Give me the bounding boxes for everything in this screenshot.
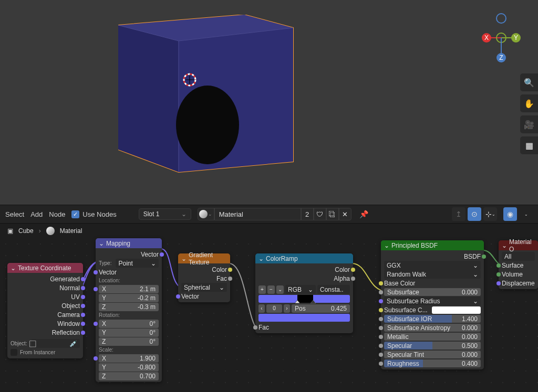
ramp-pos[interactable]: Pos0.425 xyxy=(292,304,350,313)
gradient-type-dropdown[interactable]: Spherical⌄ xyxy=(181,283,227,292)
snap-button[interactable]: ⊙ xyxy=(468,207,481,221)
object-picker[interactable]: ⃞💉 xyxy=(32,339,80,348)
ramp-interp[interactable]: Consta.. xyxy=(317,285,350,294)
svg-point-7 xyxy=(176,86,239,164)
node-material-output[interactable]: ⌄Material O All Surface Volume Displacem… xyxy=(499,240,538,289)
use-nodes-label: Use Nodes xyxy=(82,210,116,218)
ramp-index[interactable]: 0 xyxy=(266,304,282,313)
material-users[interactable]: 2 xyxy=(301,208,314,220)
svg-text:Y: Y xyxy=(514,34,518,41)
navigation-gizmo[interactable]: X Y Z xyxy=(478,10,525,73)
zoom-icon[interactable]: 🔍 xyxy=(520,73,538,91)
cursor-3d xyxy=(182,72,198,88)
scl-z[interactable]: Z0.700 xyxy=(99,372,159,380)
node-mapping[interactable]: ⌄Mapping Vector Type:Point⌄ Vector Locat… xyxy=(96,238,162,382)
svg-marker-23 xyxy=(295,300,300,303)
loc-x[interactable]: X2.1 m xyxy=(99,285,159,293)
material-browse-button[interactable]: ⌄ xyxy=(198,208,214,220)
snap-options[interactable]: ⊹⌄ xyxy=(483,207,497,221)
bsdf-sss-method[interactable]: Random Walk⌄ xyxy=(384,270,481,279)
loc-y[interactable]: Y-0.2 m xyxy=(99,294,159,302)
menu-add[interactable]: Add xyxy=(30,210,43,218)
svg-point-12 xyxy=(496,14,506,23)
material-name-field[interactable]: Material xyxy=(214,208,301,220)
slot-dropdown[interactable]: Slot 1⌄ xyxy=(139,208,191,220)
unlink-button[interactable]: ✕ xyxy=(339,208,351,220)
overlay-options[interactable]: ⌄ xyxy=(519,207,533,221)
output-target[interactable]: All xyxy=(502,252,535,261)
menu-node[interactable]: Node xyxy=(49,210,65,218)
svg-text:Z: Z xyxy=(499,54,503,61)
scl-y[interactable]: Y-0.800 xyxy=(99,363,159,372)
grid-icon[interactable]: ▦ xyxy=(520,136,538,154)
color-ramp-bar[interactable] xyxy=(258,295,350,303)
node-gradient-texture[interactable]: ⌄Gradient Texture Color Fac Spherical⌄ V… xyxy=(178,253,230,302)
fake-user-button[interactable]: 🛡 xyxy=(314,208,326,220)
ramp-add[interactable]: + xyxy=(258,285,266,294)
loc-z[interactable]: Z-0.3 m xyxy=(99,303,159,311)
cube-mesh xyxy=(118,15,307,193)
bsdf-distribution[interactable]: GGX⌄ xyxy=(384,261,481,270)
node-principled-bsdf[interactable]: ⌄Principled BSDF BSDF GGX⌄ Random Walk⌄ … xyxy=(381,240,484,369)
pin-button[interactable]: 📌 xyxy=(358,208,370,220)
ramp-remove[interactable]: − xyxy=(267,285,275,294)
menu-select[interactable]: Select xyxy=(5,210,24,218)
ramp-menu[interactable]: ⌄ xyxy=(276,285,284,294)
pan-icon[interactable]: ✋ xyxy=(520,94,538,112)
breadcrumb-material: Material xyxy=(60,227,82,235)
breadcrumb: ▣ Cube › Material xyxy=(0,224,538,238)
duplicate-button[interactable]: ⿻ xyxy=(326,208,339,220)
node-texture-coordinate[interactable]: ⌄Texture Coordinate Generated Normal UV … xyxy=(7,263,83,358)
ramp-color-swatch[interactable] xyxy=(258,314,350,322)
svg-marker-2 xyxy=(118,25,179,172)
svg-marker-24 xyxy=(311,300,316,303)
node-editor[interactable]: ⌄Texture Coordinate Generated Normal UV … xyxy=(0,238,538,392)
overlay-button[interactable]: ◉ xyxy=(503,207,517,221)
ramp-mode[interactable]: RGB⌄ xyxy=(285,285,316,294)
node-color-ramp[interactable]: ⌄ColorRamp Color Alpha + − ⌄ RGB⌄ Consta… xyxy=(255,253,353,333)
mapping-type-dropdown[interactable]: Point⌄ xyxy=(116,259,159,268)
rot-z[interactable]: Z0° xyxy=(99,337,159,346)
parent-node-button[interactable]: ↥ xyxy=(452,207,465,221)
viewport-3d[interactable]: X Y Z 🔍 ✋ 🎥 ▦ xyxy=(0,0,538,205)
use-nodes-checkbox[interactable]: ✓ xyxy=(71,210,79,218)
svg-text:X: X xyxy=(484,34,489,41)
rot-y[interactable]: Y0° xyxy=(99,329,159,337)
camera-icon[interactable]: 🎥 xyxy=(520,115,538,133)
rot-x[interactable]: X0° xyxy=(99,320,159,328)
scl-x[interactable]: X1.900 xyxy=(99,354,159,363)
breadcrumb-object: Cube xyxy=(18,227,34,235)
node-editor-header: Select Add Node ✓ Use Nodes Slot 1⌄ ⌄ Ma… xyxy=(0,205,538,224)
from-instancer-checkbox[interactable] xyxy=(11,349,17,356)
